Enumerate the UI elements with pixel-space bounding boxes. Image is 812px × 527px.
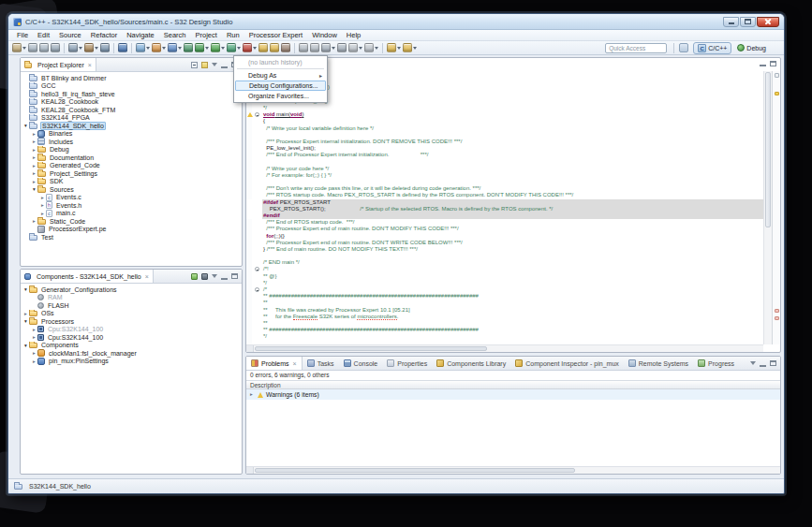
tab-components-library[interactable]: Components Library: [432, 357, 510, 370]
project-explorer-tab[interactable]: Project Explorer ×: [21, 58, 96, 71]
fold-collapse-icon[interactable]: [255, 287, 259, 292]
collapse-arrow-icon[interactable]: ▾: [22, 285, 29, 293]
tab-remote-systems[interactable]: Remote Systems: [624, 357, 693, 370]
close-window-button[interactable]: [757, 17, 779, 27]
tree-item-debug[interactable]: ▸Debug: [21, 146, 242, 154]
code-line[interactable]: [246, 179, 763, 185]
menu-window[interactable]: Window: [307, 30, 342, 41]
code-line[interactable]: /*: [246, 286, 763, 293]
menu-project[interactable]: Project: [191, 30, 222, 41]
refresh-components-button[interactable]: [183, 42, 194, 54]
code-line[interactable]: /* Write your code here */: [246, 166, 763, 172]
tree-item-pin-mux-pinsettings[interactable]: ▸pin_mux:PinSettings: [21, 358, 242, 366]
code-line[interactable]: ** for the Freescale S32K series of micr…: [246, 314, 763, 320]
code-line[interactable]: **: [246, 320, 763, 327]
tree-item-keal28-cookbook[interactable]: KEAL28_Cookbook: [21, 98, 242, 107]
close-view-icon[interactable]: ×: [145, 273, 149, 280]
open-perspective-icon[interactable]: [679, 43, 688, 52]
tree-item-project-settings[interactable]: ▸Project_Settings: [21, 169, 242, 178]
problems-horizontal-scrollbar[interactable]: [246, 466, 780, 474]
tree-item-s32k144-sdk-hello[interactable]: ▾S32K144_SDK_hello: [21, 122, 242, 130]
new-wizard-button[interactable]: [99, 42, 111, 54]
menu-run[interactable]: Run: [222, 30, 244, 41]
tree-item-generated-code[interactable]: ▸Generated_Code: [21, 162, 242, 170]
scrollbar-thumb[interactable]: [255, 346, 487, 351]
code-line[interactable]: void main(void): [246, 111, 763, 118]
scrollbar-thumb[interactable]: [255, 468, 575, 473]
tree-item-documentation[interactable]: ▸Documentation: [21, 154, 242, 162]
code-line[interactable]: /*** End of Processor Expert internal in…: [246, 152, 763, 158]
code-line[interactable]: #endif: [246, 212, 763, 219]
code-line[interactable]: ** #####################################…: [246, 293, 763, 300]
code-line[interactable]: [246, 158, 763, 165]
code-line[interactable]: #ifdef PEX_RTOS_START: [246, 199, 763, 206]
code-line[interactable]: ** @}: [246, 273, 763, 280]
open-launch-config-button[interactable]: [258, 42, 269, 54]
menu-refactor[interactable]: Refactor: [86, 30, 122, 41]
code-line[interactable]: /*** Processor Expert end of main routin…: [246, 226, 763, 232]
code-line[interactable]: ** #####################################…: [246, 327, 763, 333]
description-column-header[interactable]: Description: [246, 380, 780, 389]
minimize-editor-icon[interactable]: [760, 60, 766, 66]
collapse-all-icon[interactable]: [191, 62, 198, 68]
code-line[interactable]: **: [246, 300, 763, 306]
code-line[interactable]: /* Write your local variable definition …: [246, 125, 763, 132]
pex-views-button[interactable]: [167, 42, 183, 54]
skip-all-breakpoints-button[interactable]: [67, 42, 83, 54]
fold-collapse-icon[interactable]: [255, 112, 259, 117]
code-line[interactable]: /* END main */: [246, 259, 763, 266]
collapse-arrow-icon[interactable]: ▾: [22, 122, 29, 129]
expand-arrow-icon[interactable]: ▸: [31, 162, 37, 169]
component-options-icon[interactable]: [201, 273, 208, 280]
tab-tasks[interactable]: Tasks: [303, 357, 339, 370]
tree-item-cpu-s32k144-100[interactable]: ▸Cpu:S32K144_100: [21, 326, 242, 334]
minimize-view-icon[interactable]: [221, 273, 228, 280]
generate-report-button[interactable]: [151, 42, 167, 54]
expand-arrow-icon[interactable]: ▸: [31, 333, 37, 341]
maximize-view-icon[interactable]: [231, 273, 238, 279]
menu-item-debug-configurations[interactable]: Debug Configurations...: [235, 81, 326, 91]
maximize-view-icon[interactable]: [770, 360, 776, 366]
code-line[interactable]: /*!: [246, 266, 763, 272]
code-line[interactable]: /*** Processor Expert internal initializ…: [246, 139, 763, 145]
menu-edit[interactable]: Edit: [33, 30, 54, 41]
tree-item-ram[interactable]: RAM: [21, 294, 242, 302]
tree-item-generator-configurations[interactable]: ▾Generator_Configurations: [21, 285, 242, 294]
tree-item-static-code[interactable]: ▸Static_Code: [21, 217, 242, 226]
terminate-button[interactable]: [242, 42, 258, 54]
scroll-left-icon[interactable]: [246, 345, 254, 352]
expand-arrow-icon[interactable]: ▸: [39, 201, 46, 209]
code-area[interactable]: ** - main()**** - PE_low_level_init()** …: [246, 71, 763, 344]
menu-help[interactable]: Help: [342, 30, 365, 41]
tree-item-processorexpert-pe[interactable]: ProcessorExpert.pe: [21, 226, 242, 234]
tree-item-includes[interactable]: ▸Includes: [21, 138, 242, 146]
code-line[interactable]: PEX_RTOS_START(); /* Startup of the sele…: [246, 206, 763, 212]
tree-item-events-h[interactable]: ▸Events.h: [21, 201, 242, 210]
quick-access-input[interactable]: Quick Access: [605, 43, 667, 53]
code-line[interactable]: for(;;){}: [246, 233, 763, 240]
expand-arrow-icon[interactable]: ▸: [248, 389, 255, 400]
new-button[interactable]: [11, 42, 27, 54]
code-line[interactable]: [246, 132, 763, 139]
forward-button[interactable]: [402, 42, 418, 54]
maximize-window-button[interactable]: [740, 17, 756, 27]
code-line[interactable]: [246, 253, 763, 259]
perspective-debug[interactable]: Debug: [733, 42, 770, 54]
generate-code-button[interactable]: [135, 42, 151, 54]
expand-arrow-icon[interactable]: ▸: [31, 358, 37, 365]
expand-arrow-icon[interactable]: ▸: [22, 310, 29, 317]
menu-navigate[interactable]: Navigate: [122, 30, 159, 41]
run-button[interactable]: [210, 42, 226, 54]
close-tab-icon[interactable]: ×: [293, 360, 297, 367]
scrollbar-thumb[interactable]: [765, 72, 771, 227]
mark-occurrences-button[interactable]: [298, 42, 309, 54]
tab-progress[interactable]: Progress: [693, 357, 739, 370]
view-menu-icon[interactable]: [212, 63, 217, 66]
back-button[interactable]: [386, 42, 402, 54]
warnings-group-row[interactable]: ▸ Warnings (6 items): [246, 389, 780, 400]
spell-check-button[interactable]: [309, 42, 320, 54]
expand-arrow-icon[interactable]: ▸: [31, 349, 37, 357]
debug-button[interactable]: [194, 42, 210, 54]
expand-arrow-icon[interactable]: ▸: [31, 326, 37, 333]
minimize-view-icon[interactable]: [760, 360, 766, 367]
